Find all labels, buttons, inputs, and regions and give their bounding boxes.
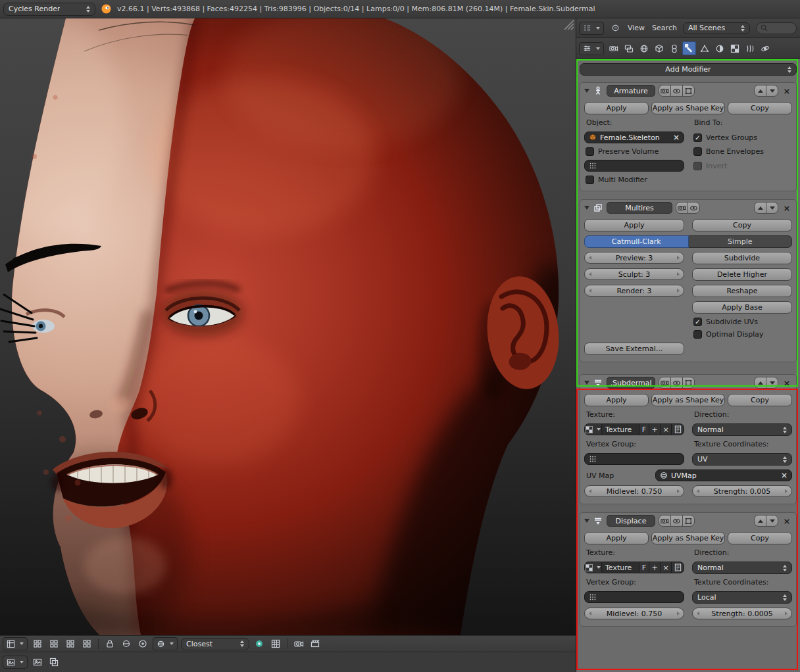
viewport-visibility-toggle[interactable] [670,85,683,97]
layer-grid-icon[interactable] [80,637,93,650]
clear-uv-map-icon[interactable]: × [781,471,788,479]
apply-button[interactable]: Apply [584,532,649,544]
tab-particles[interactable] [743,41,757,55]
unlink-texture-button[interactable]: × [661,562,672,573]
snap-element-select[interactable] [153,637,178,650]
render-engine-select[interactable]: Cycles Render [3,3,95,16]
layer-grid-icon[interactable] [31,637,44,650]
checkbox-optimal-display[interactable] [693,330,702,339]
render-visibility-toggle[interactable] [659,515,671,527]
apply-button[interactable]: Apply [584,219,684,231]
show-texture-button[interactable] [672,423,684,435]
clapperboard-icon[interactable] [309,637,322,650]
render-visibility-toggle[interactable] [659,377,671,389]
collapse-triangle-icon[interactable] [584,519,589,523]
menu-view[interactable]: View [626,24,646,32]
vertex-group-field[interactable] [584,591,684,603]
tab-material[interactable] [712,41,726,55]
show-texture-button[interactable] [672,562,684,573]
move-down-button[interactable] [766,377,778,389]
render-camera-icon[interactable] [292,637,305,650]
editor-type-select-image[interactable] [3,656,28,669]
layer-grid-icon[interactable] [47,637,61,650]
apply-as-shape-key-button[interactable]: Apply as Shape Key [651,394,725,406]
apply-as-shape-key-button[interactable]: Apply as Shape Key [651,102,725,114]
apply-as-shape-key-button[interactable]: Apply as Shape Key [651,532,725,544]
layer-grid-icon[interactable] [64,637,77,650]
delete-modifier-button[interactable]: × [782,86,792,96]
preserve-volume-checkbox-row[interactable]: Preserve Volume [584,147,684,156]
multi-modifier-checkbox-row[interactable]: Multi Modifier [584,176,684,184]
editor-type-select-outliner[interactable] [579,22,604,35]
move-up-button[interactable] [754,202,766,214]
midlevel-slider[interactable]: Midlevel: 0.750 [584,608,684,619]
modifier-name-field[interactable]: Multires [607,202,672,214]
collapse-triangle-icon[interactable] [584,89,589,93]
new-texture-button[interactable]: + [649,562,661,573]
delete-modifier-button[interactable]: × [782,378,792,388]
editor-type-select-properties[interactable] [579,42,604,55]
tab-texture[interactable] [728,41,741,55]
copy-button[interactable]: Copy [692,219,792,231]
fake-user-toggle[interactable]: F [639,423,649,435]
texture-coordinates-select[interactable]: UV [692,453,792,466]
delete-higher-button[interactable]: Delete Higher [692,268,792,281]
viewport-visibility-toggle[interactable] [670,377,683,389]
apply-button[interactable]: Apply [584,102,649,114]
modifier-name-field[interactable]: .Subdermal [607,377,655,389]
new-texture-button[interactable]: + [649,423,661,435]
copy-button[interactable]: Copy [728,394,792,406]
move-down-button[interactable] [766,202,778,214]
invert-checkbox-row[interactable]: Invert [692,160,792,172]
copy-button[interactable]: Copy [728,102,792,114]
fake-user-toggle[interactable]: F [639,562,649,573]
unlink-texture-button[interactable]: × [661,423,672,435]
add-modifier-select[interactable]: Add Modifier [580,63,797,76]
3d-viewport[interactable] [0,18,576,635]
outliner-search-input[interactable] [756,22,797,34]
tab-render[interactable] [607,41,620,55]
optimal-display-checkbox-row[interactable]: Optimal Display [692,330,792,339]
apply-button[interactable]: Apply [584,394,649,406]
tab-scene[interactable] [622,41,636,55]
midlevel-slider[interactable]: Midlevel: 0.750 [584,485,684,497]
preview-level-slider[interactable]: Preview: 3 [584,252,684,264]
strength-slider[interactable]: Strength: 0.005 [692,485,792,497]
editor-type-select-3dview[interactable] [3,637,28,650]
image-icon[interactable] [31,656,44,669]
outliner-display-select[interactable]: All Scenes [683,22,750,34]
direction-select[interactable]: Normal [692,562,792,574]
texture-browse-button[interactable] [584,423,602,435]
direction-select[interactable]: Normal [692,423,792,436]
render-visibility-toggle[interactable] [676,202,688,214]
modifier-name-field[interactable]: Armature [607,85,655,97]
tab-constraints[interactable] [667,41,681,55]
tab-physics[interactable] [758,41,772,55]
move-down-button[interactable] [766,515,778,527]
save-external-button[interactable]: Save External... [584,343,684,355]
modifier-name-field[interactable]: Displace [607,515,655,527]
menu-search[interactable]: Search [651,24,678,32]
armature-vertex-group-field[interactable] [584,160,684,172]
vertex-group-field[interactable] [584,453,684,465]
delete-modifier-button[interactable]: × [782,203,792,213]
snap-mode-select[interactable]: Closest [181,638,249,650]
subdivide-button[interactable]: Subdivide [692,252,792,264]
proportional-edit-icon[interactable] [136,637,149,650]
bone-envelopes-checkbox-row[interactable]: Bone Envelopes [692,147,792,156]
editmode-visibility-toggle[interactable] [682,515,695,527]
display-mode-icon[interactable] [120,637,133,650]
editmode-visibility-toggle[interactable] [682,85,695,97]
copy-button[interactable]: Copy [728,532,792,544]
move-up-button[interactable] [754,85,766,97]
vertex-groups-checkbox-row[interactable]: ✓ Vertex Groups [692,132,792,143]
armature-object-field[interactable]: Female.Skeleton × [584,132,684,143]
render-visibility-toggle[interactable] [659,85,671,97]
snap-target-icon[interactable] [253,637,266,650]
viewport-visibility-toggle[interactable] [688,202,700,214]
render-level-slider[interactable]: Render: 3 [584,285,684,297]
checkbox-bone-envelopes[interactable] [693,147,702,156]
apply-base-button[interactable]: Apply Base [692,301,792,314]
move-up-button[interactable] [754,515,766,527]
delete-modifier-button[interactable]: × [782,516,792,526]
